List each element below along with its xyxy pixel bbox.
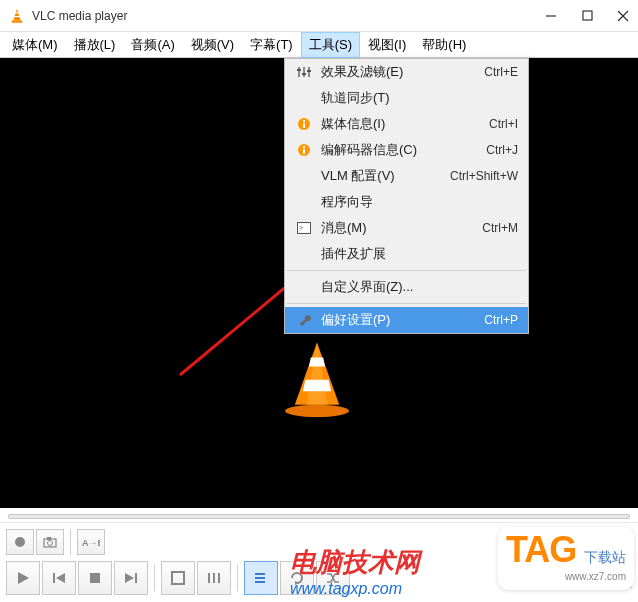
svg-rect-12	[302, 73, 306, 75]
svg-rect-33	[90, 573, 100, 583]
playlist-button[interactable]	[244, 561, 278, 595]
seek-bar[interactable]	[0, 508, 638, 522]
svg-rect-11	[297, 69, 301, 71]
menu-video[interactable]: 视频(V)	[183, 32, 242, 58]
blank-icon	[295, 194, 313, 210]
skip-forward-button[interactable]	[114, 561, 148, 595]
svg-rect-0	[12, 20, 23, 22]
play-button[interactable]	[6, 561, 40, 595]
menu-item-label: 消息(M)	[321, 219, 482, 237]
svg-point-7	[285, 405, 349, 417]
titlebar: VLC media player	[0, 0, 638, 32]
menu-item-shortcut: Ctrl+E	[484, 65, 518, 79]
minimize-button[interactable]	[544, 9, 558, 23]
menu-item-plugins[interactable]: 插件及扩展	[285, 241, 528, 267]
toolbar: A→B 1.00x	[0, 522, 638, 601]
svg-marker-43	[295, 581, 299, 585]
loop-button[interactable]	[280, 561, 314, 595]
svg-rect-4	[583, 11, 592, 20]
svg-rect-8	[298, 67, 300, 77]
menu-item-shortcut: Ctrl+Shift+W	[450, 169, 518, 183]
menu-item-label: VLM 配置(V)	[321, 167, 450, 185]
svg-text:A→B: A→B	[82, 538, 100, 548]
menu-item-label: 插件及扩展	[321, 245, 518, 263]
window-title: VLC media player	[32, 9, 544, 23]
svg-rect-42	[255, 581, 265, 583]
vlc-cone-icon	[8, 7, 26, 25]
menu-media[interactable]: 媒体(M)	[4, 32, 66, 58]
menu-item-vlm-config[interactable]: VLM 配置(V) Ctrl+Shift+W	[285, 163, 528, 189]
menu-item-label: 效果及滤镜(E)	[321, 63, 484, 81]
skip-back-button[interactable]	[42, 561, 76, 595]
svg-marker-32	[56, 573, 65, 583]
menu-item-track-sync[interactable]: 轨道同步(T)	[285, 85, 528, 111]
close-button[interactable]	[616, 9, 630, 23]
fullscreen-button[interactable]	[161, 561, 195, 595]
seek-track[interactable]	[8, 514, 630, 519]
blank-icon	[295, 90, 313, 106]
menu-separator	[287, 270, 526, 271]
menu-tools[interactable]: 工具(S)	[301, 32, 360, 58]
menu-separator	[287, 303, 526, 304]
toolbar-separator	[70, 529, 71, 555]
menu-item-codec-info[interactable]: 编解码器信息(C) Ctrl+J	[285, 137, 528, 163]
menu-item-label: 偏好设置(P)	[321, 311, 484, 329]
menu-item-program-guide[interactable]: 程序向导	[285, 189, 528, 215]
menu-subtitle[interactable]: 字幕(T)	[242, 32, 301, 58]
svg-rect-35	[135, 573, 137, 583]
extended-settings-button[interactable]	[197, 561, 231, 595]
svg-rect-19	[303, 146, 305, 148]
shuffle-button[interactable]	[316, 561, 350, 595]
menu-item-label: 自定义界面(Z)...	[321, 278, 518, 296]
wrench-icon	[295, 312, 313, 328]
menu-view[interactable]: 视图(I)	[360, 32, 414, 58]
svg-rect-39	[218, 573, 220, 583]
maximize-button[interactable]	[580, 9, 594, 23]
blank-icon	[295, 246, 313, 262]
toolbar-separator	[237, 565, 238, 591]
menu-item-shortcut: Ctrl+I	[489, 117, 518, 131]
svg-rect-13	[307, 70, 311, 72]
svg-text:>: >	[299, 224, 303, 231]
svg-marker-34	[125, 573, 134, 583]
tools-dropdown-menu: 效果及滤镜(E) Ctrl+E 轨道同步(T) 媒体信息(I) Ctrl+I 编…	[284, 58, 529, 334]
menu-item-preferences[interactable]: 偏好设置(P) Ctrl+P	[285, 307, 528, 333]
menu-item-label: 编解码器信息(C)	[321, 141, 486, 159]
sliders-icon	[295, 64, 313, 80]
menu-playback[interactable]: 播放(L)	[66, 32, 124, 58]
info-icon	[295, 142, 313, 158]
svg-rect-41	[255, 577, 265, 579]
svg-point-27	[48, 541, 53, 546]
menu-item-shortcut: Ctrl+M	[482, 221, 518, 235]
menu-item-customize-interface[interactable]: 自定义界面(Z)...	[285, 274, 528, 300]
svg-rect-2	[14, 16, 20, 17]
menu-item-media-info[interactable]: 媒体信息(I) Ctrl+I	[285, 111, 528, 137]
toolbar-separator	[154, 565, 155, 591]
svg-rect-37	[208, 573, 210, 583]
menu-item-label: 程序向导	[321, 193, 518, 211]
svg-rect-36	[172, 572, 184, 584]
svg-rect-40	[255, 573, 265, 575]
menu-item-effects-filters[interactable]: 效果及滤镜(E) Ctrl+E	[285, 59, 528, 85]
stop-button[interactable]	[78, 561, 112, 595]
ab-loop-button[interactable]: A→B	[77, 529, 105, 555]
svg-marker-30	[18, 572, 29, 584]
menu-audio[interactable]: 音频(A)	[123, 32, 182, 58]
svg-point-25	[15, 537, 25, 547]
menu-item-messages[interactable]: > 消息(M) Ctrl+M	[285, 215, 528, 241]
terminal-icon: >	[295, 220, 313, 236]
record-button[interactable]	[6, 529, 34, 555]
menu-help[interactable]: 帮助(H)	[414, 32, 474, 58]
playback-speed[interactable]: 1.00x	[589, 568, 632, 588]
svg-rect-16	[303, 120, 305, 122]
svg-rect-1	[15, 12, 20, 13]
menubar: 媒体(M) 播放(L) 音频(A) 视频(V) 字幕(T) 工具(S) 视图(I…	[0, 32, 638, 58]
svg-rect-38	[213, 573, 215, 583]
blank-icon	[295, 168, 313, 184]
snapshot-button[interactable]	[36, 529, 64, 555]
menu-item-label: 轨道同步(T)	[321, 89, 518, 107]
svg-rect-18	[303, 149, 305, 154]
svg-rect-31	[53, 573, 55, 583]
svg-rect-28	[47, 537, 51, 540]
svg-rect-15	[303, 123, 305, 128]
